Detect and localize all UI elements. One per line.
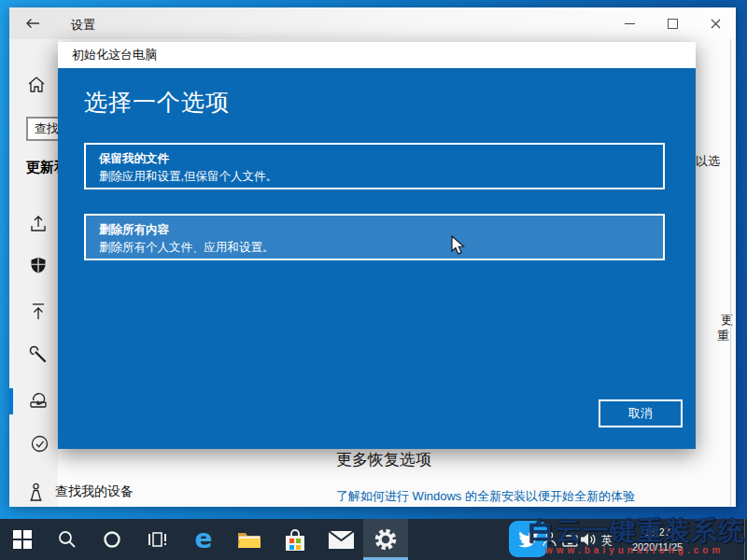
close-button[interactable] bbox=[695, 7, 737, 39]
cortana-icon bbox=[103, 530, 121, 549]
option-description: 删除应用和设置,但保留个人文件。 bbox=[99, 168, 650, 186]
mail-icon bbox=[329, 531, 354, 549]
sidebar-item-troubleshoot[interactable] bbox=[29, 345, 49, 366]
taskbar-search-button[interactable] bbox=[47, 519, 88, 560]
minimize-icon bbox=[625, 23, 635, 24]
backup-icon bbox=[30, 302, 47, 320]
reset-pc-dialog: 初始化这台电脑 选择一个选项 保留我的文件 删除应用和设置,但保留个人文件。 删… bbox=[58, 42, 696, 449]
search-value: 查找 bbox=[35, 121, 59, 135]
dialog-body: 选择一个选项 保留我的文件 删除应用和设置,但保留个人文件。 删除所有内容 删除… bbox=[58, 68, 696, 449]
watermark-title: 白云一键重装系统 bbox=[529, 513, 745, 549]
find-my-device-icon bbox=[26, 483, 46, 502]
delivery-optimization-icon bbox=[30, 215, 47, 232]
partial-text-right-mid: 更 bbox=[721, 312, 733, 329]
wrench-icon bbox=[29, 345, 48, 364]
find-my-device-label: 查找我的设备 bbox=[55, 483, 134, 500]
file-explorer-icon bbox=[237, 530, 261, 550]
windows-security-icon bbox=[30, 256, 47, 274]
home-icon bbox=[28, 77, 45, 92]
settings-gear-icon bbox=[374, 527, 398, 552]
partial-text-right-bottom: 重 bbox=[717, 328, 729, 344]
back-arrow-icon bbox=[25, 18, 40, 29]
store-icon bbox=[284, 528, 306, 552]
option-title: 保留我的文件 bbox=[99, 150, 650, 168]
settings-taskbar-button[interactable] bbox=[363, 519, 408, 560]
option-description: 删除所有个人文件、应用和设置。 bbox=[99, 239, 650, 257]
maximize-button[interactable] bbox=[652, 7, 694, 39]
titlebar: 设置 bbox=[9, 7, 736, 39]
task-view-icon bbox=[148, 530, 167, 549]
sidebar-item-home[interactable] bbox=[28, 77, 49, 97]
option-title: 删除所有内容 bbox=[99, 221, 650, 239]
window-title: 设置 bbox=[71, 17, 95, 34]
cancel-button[interactable]: 取消 bbox=[599, 399, 683, 427]
store-button[interactable] bbox=[275, 519, 316, 560]
activation-check-icon bbox=[31, 435, 49, 453]
minimize-button[interactable] bbox=[609, 7, 651, 39]
search-icon bbox=[58, 530, 77, 549]
start-button[interactable] bbox=[2, 519, 43, 560]
dialog-header: 初始化这台电脑 bbox=[58, 42, 696, 68]
file-explorer-button[interactable] bbox=[229, 519, 270, 560]
recovery-icon bbox=[29, 390, 48, 409]
option-keep-my-files[interactable]: 保留我的文件 删除应用和设置,但保留个人文件。 bbox=[84, 143, 665, 189]
selected-item-indicator bbox=[9, 388, 13, 414]
windows-start-icon bbox=[13, 530, 32, 549]
sidebar-item-backup[interactable] bbox=[30, 302, 50, 323]
sidebar-item-recovery[interactable] bbox=[29, 390, 49, 411]
sidebar: 查找 更新和 bbox=[9, 39, 58, 507]
edge-icon: e bbox=[195, 526, 213, 553]
dialog-heading: 选择一个选项 bbox=[84, 87, 230, 118]
mail-button[interactable] bbox=[320, 519, 361, 560]
option-remove-everything[interactable]: 删除所有内容 删除所有个人文件、应用和设置。 bbox=[84, 214, 665, 260]
close-icon bbox=[711, 19, 721, 29]
cortana-button[interactable] bbox=[92, 519, 133, 560]
desktop: 设置 查找 更新和 bbox=[0, 0, 747, 560]
sidebar-item-windows-security[interactable] bbox=[30, 256, 50, 276]
partial-text-right-top: 以选 bbox=[696, 153, 720, 170]
maximize-icon bbox=[668, 19, 678, 29]
clean-install-link[interactable]: 了解如何进行 Windows 的全新安装以便开始全新的体验 bbox=[336, 488, 635, 505]
mouse-cursor bbox=[450, 235, 469, 256]
sidebar-item-find-my-device[interactable]: 查找我的设备 bbox=[26, 478, 185, 506]
edge-button[interactable]: e bbox=[183, 519, 224, 560]
sidebar-item-activation[interactable] bbox=[31, 435, 51, 455]
settings-gear-wrap bbox=[365, 519, 406, 560]
watermark-url: www.baiyunxitong.com bbox=[545, 545, 724, 555]
task-view-button[interactable] bbox=[136, 519, 177, 560]
more-recovery-heading: 更多恢复选项 bbox=[336, 449, 431, 470]
scrollbar-track[interactable] bbox=[730, 39, 731, 507]
back-button[interactable] bbox=[17, 11, 49, 35]
sidebar-item-delivery-optimization[interactable] bbox=[30, 215, 50, 235]
